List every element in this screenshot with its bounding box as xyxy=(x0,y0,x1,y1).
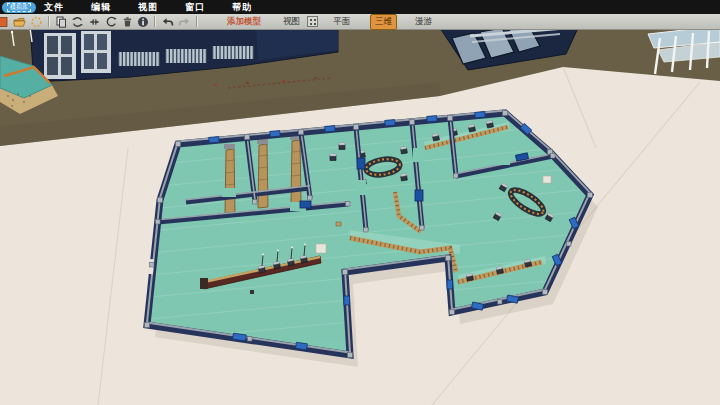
undo-button[interactable] xyxy=(159,15,176,29)
refresh-icon xyxy=(71,16,84,28)
3d-view-button[interactable]: 三维 xyxy=(370,14,397,30)
translate-icon xyxy=(88,16,101,28)
view-menu-button[interactable]: 视图 xyxy=(279,16,304,28)
info-button[interactable] xyxy=(135,15,151,29)
menu-items: 文件 编辑 视图 窗口 帮助 xyxy=(44,1,252,14)
home-tab-button[interactable]: 模拟库 xyxy=(2,2,36,13)
undo-icon xyxy=(161,16,174,28)
rotate-icon xyxy=(105,16,118,28)
toolbar-separator xyxy=(48,16,50,27)
folder-open-icon xyxy=(13,16,26,28)
open-button[interactable] xyxy=(11,15,28,29)
menu-window[interactable]: 窗口 xyxy=(185,1,205,14)
trash-icon xyxy=(122,16,133,28)
add-model-button[interactable]: 添加模型 xyxy=(223,16,265,28)
menu-view[interactable]: 视图 xyxy=(138,1,158,14)
home-tab-label: 模拟库 xyxy=(7,3,31,12)
toolbar-separator xyxy=(196,16,198,27)
selection-button[interactable] xyxy=(28,15,45,29)
selection-circle-icon xyxy=(30,16,43,28)
new-button[interactable] xyxy=(0,15,11,29)
grid-icon xyxy=(310,19,316,25)
scene-viewport[interactable] xyxy=(0,30,720,405)
delete-button[interactable] xyxy=(120,15,135,29)
info-icon xyxy=(137,16,149,28)
redo-button[interactable] xyxy=(176,15,193,29)
toolbar-separator xyxy=(154,16,156,27)
menu-help[interactable]: 帮助 xyxy=(232,1,252,14)
translate-button[interactable] xyxy=(86,15,103,29)
new-icon xyxy=(0,16,9,28)
plane-view-button[interactable]: 平面 xyxy=(329,16,354,28)
toolbar: 添加模型 视图 平面 三维 漫游 xyxy=(0,14,720,30)
copy-button[interactable] xyxy=(53,15,69,29)
replace-button[interactable] xyxy=(69,15,86,29)
menu-file[interactable]: 文件 xyxy=(44,1,64,14)
app-window: 模拟库 文件 编辑 视图 窗口 帮助 xyxy=(0,0,720,405)
rotate-button[interactable] xyxy=(103,15,120,29)
copy-icon xyxy=(55,16,67,28)
menu-edit[interactable]: 编辑 xyxy=(91,1,111,14)
view-options-button[interactable] xyxy=(307,16,318,27)
menubar: 模拟库 文件 编辑 视图 窗口 帮助 xyxy=(0,0,720,14)
roam-button[interactable]: 漫游 xyxy=(411,16,436,28)
redo-icon xyxy=(178,16,191,28)
